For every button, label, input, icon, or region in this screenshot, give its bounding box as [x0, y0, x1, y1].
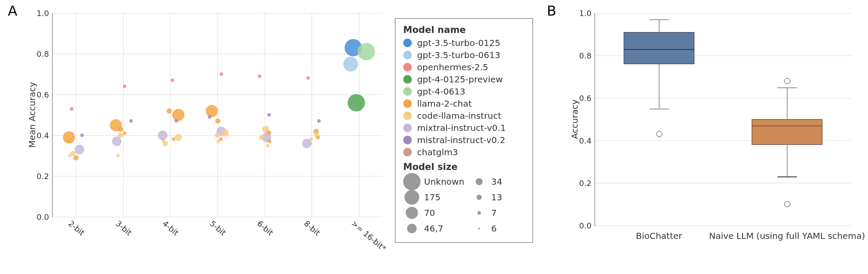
panel-b-ytick: 0.4 — [579, 136, 595, 145]
data-point — [208, 115, 211, 119]
legend-size-row: 70 — [403, 205, 464, 221]
panel-a-ylabel: Mean Accuracy — [27, 82, 37, 148]
legend-size-label: Unknown — [424, 176, 464, 187]
legend-size-row: 6 — [470, 221, 502, 236]
legend-model-row: mistral-instruct-v0.2 — [403, 134, 525, 146]
legend-color-swatch — [403, 75, 412, 84]
legend-color-swatch — [403, 124, 412, 132]
data-point — [116, 154, 120, 157]
data-point — [215, 118, 220, 124]
data-point — [123, 85, 126, 88]
data-point — [306, 76, 310, 80]
legend-model-label: llama-2-chat — [417, 98, 472, 109]
panel-b-ytick: 1.0 — [579, 9, 595, 18]
data-point — [267, 113, 271, 117]
panel-b-ylabel: Accuracy — [569, 99, 580, 139]
panel-b: 0.00.20.40.60.81.0BioChatterNaive LLM (u… — [595, 13, 851, 225]
panel-a-label: A — [8, 3, 17, 19]
data-point — [171, 78, 174, 82]
panel-a-gridline-v — [217, 13, 218, 217]
legend-size-dot — [403, 173, 421, 190]
legend-model-label: mistral-instruct-v0.2 — [417, 135, 505, 145]
data-point — [67, 140, 70, 143]
data-point — [174, 119, 178, 123]
whisker — [787, 88, 788, 120]
legend-title-models: Model name — [403, 25, 525, 35]
data-point — [70, 107, 73, 111]
legend-model-label: openhermes-2.5 — [417, 62, 488, 72]
legend-model-row: gpt-3.5-turbo-0125 — [403, 37, 525, 49]
legend-model-row: code-llama-instruct — [403, 110, 525, 122]
legend-model-label: chatglm3 — [417, 147, 458, 157]
panel-a-plot-area: 0.00.20.40.60.81.02-bit3-bit4-bit5-bit6-… — [52, 13, 382, 217]
data-point — [172, 109, 184, 121]
panel-a-xtick: 4-bit — [161, 217, 182, 237]
box — [624, 32, 694, 64]
panel-b-gridline — [595, 98, 851, 98]
data-point — [206, 105, 218, 117]
panel-a-ytick: 0.8 — [36, 49, 53, 59]
whisker — [787, 145, 788, 177]
legend-size-label: 7 — [491, 208, 497, 218]
legend-color-swatch — [403, 87, 412, 96]
legend-model-label: gpt-4-0125-preview — [417, 74, 503, 85]
panel-a-gridline-v — [265, 13, 265, 217]
legend-size-row: 13 — [470, 189, 502, 205]
outlier — [656, 131, 662, 137]
panel-a-gridline-v — [123, 13, 124, 217]
data-point — [123, 131, 126, 135]
panel-a-ytick: 0.4 — [36, 131, 53, 140]
legend-color-swatch — [403, 51, 412, 59]
legend-model-label: gpt-4-0613 — [417, 86, 465, 97]
panel-b-ytick: 0.2 — [579, 179, 595, 188]
data-point — [348, 94, 365, 111]
whisker-cap — [649, 20, 669, 20]
whisker-cap — [777, 88, 797, 88]
legend-model-row: chatglm3 — [403, 146, 525, 158]
whisker-cap — [777, 176, 797, 177]
data-point — [259, 135, 264, 140]
data-point — [215, 133, 220, 138]
legend-size-dot — [407, 224, 417, 233]
legend-color-swatch — [403, 136, 412, 144]
median — [624, 49, 694, 50]
panel-a-gridline-v — [170, 13, 171, 217]
data-point — [222, 130, 229, 137]
legend-size-dot — [406, 207, 418, 219]
legend-models-list: gpt-3.5-turbo-0125gpt-3.5-turbo-0613open… — [403, 37, 525, 158]
legend-model-label: code-llama-instruct — [417, 111, 501, 121]
legend-model-row: llama-2-chat — [403, 98, 525, 110]
panel-b-plot-area: 0.00.20.40.60.81.0BioChatterNaive LLM (u… — [595, 13, 851, 226]
legend-sizes-list: Unknown1757046,7341376 — [403, 174, 525, 236]
legend-model-row: gpt-4-0125-preview — [403, 73, 525, 85]
data-point — [73, 155, 79, 160]
legend-color-swatch — [403, 39, 412, 47]
panel-b-gridline — [595, 13, 851, 13]
panel-b-ytick: 0.0 — [579, 221, 595, 230]
figure: A 0.00.20.40.60.81.02-bit3-bit4-bit5-bit… — [0, 0, 868, 274]
legend-model-row: gpt-4-0613 — [403, 85, 525, 98]
panel-b-ytick: 0.8 — [579, 51, 595, 60]
panel-a-ytick: 0.0 — [36, 212, 53, 222]
legend-size-label: 34 — [491, 176, 502, 187]
data-point — [220, 72, 223, 76]
data-point — [317, 119, 321, 123]
legend-size-row: 34 — [470, 174, 502, 189]
data-point — [302, 139, 312, 148]
panel-a-xtick: >= 16-bit* — [349, 217, 389, 253]
data-point — [167, 108, 172, 114]
panel-a-ytick: 0.6 — [36, 90, 53, 99]
panel-a-ytick: 0.2 — [36, 172, 53, 181]
legend-size-row: 175 — [403, 189, 464, 205]
panel-a-ytick: 1.0 — [36, 9, 53, 18]
data-point — [316, 136, 320, 139]
legend-size-label: 13 — [491, 192, 502, 202]
legend-size-dot — [404, 190, 419, 205]
data-point — [343, 57, 358, 72]
panel-b-xtick: Naive LLM (using full YAML schema) — [709, 225, 865, 241]
legend-size-row: 46,7 — [403, 221, 464, 236]
data-point — [258, 75, 261, 78]
legend-size-label: 46,7 — [424, 223, 444, 234]
panel-a-xtick: 2-bit — [67, 217, 88, 237]
panel-a-xtick: 6-bit — [255, 217, 276, 237]
